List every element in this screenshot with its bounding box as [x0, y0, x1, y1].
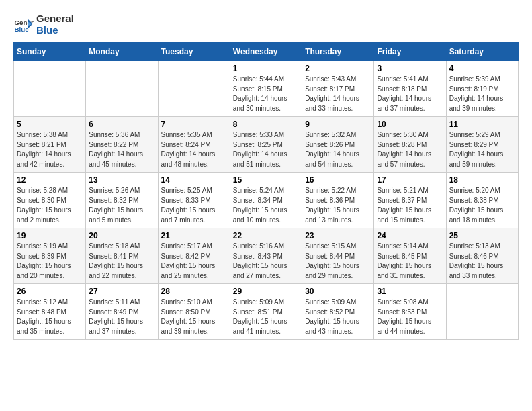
calendar-cell: 28Sunrise: 5:10 AM Sunset: 8:50 PM Dayli… [158, 284, 230, 340]
calendar-cell: 25Sunrise: 5:13 AM Sunset: 8:46 PM Dayli… [446, 228, 518, 284]
day-info: Sunrise: 5:09 AM Sunset: 8:51 PM Dayligh… [233, 298, 299, 336]
logo-general-text: General [36, 13, 74, 25]
day-number: 19 [17, 231, 83, 240]
day-number: 9 [305, 120, 371, 129]
calendar-cell [446, 284, 518, 340]
svg-text:Blue: Blue [15, 25, 30, 32]
day-info: Sunrise: 5:43 AM Sunset: 8:17 PM Dayligh… [305, 75, 371, 113]
day-number: 14 [161, 175, 227, 185]
calendar-cell [158, 61, 230, 117]
calendar-cell: 14Sunrise: 5:25 AM Sunset: 8:33 PM Dayli… [158, 173, 230, 228]
weekday-header-saturday: Saturday [446, 43, 518, 61]
day-number: 12 [17, 175, 83, 185]
day-info: Sunrise: 5:21 AM Sunset: 8:37 PM Dayligh… [377, 186, 443, 225]
day-info: Sunrise: 5:17 AM Sunset: 8:42 PM Dayligh… [161, 242, 227, 281]
day-number: 3 [377, 64, 443, 73]
calendar-cell: 13Sunrise: 5:26 AM Sunset: 8:32 PM Dayli… [86, 173, 158, 228]
day-number: 10 [377, 120, 443, 129]
day-number: 18 [449, 175, 515, 185]
day-number: 20 [89, 231, 154, 240]
calendar-cell: 18Sunrise: 5:20 AM Sunset: 8:38 PM Dayli… [446, 173, 518, 228]
weekday-header-thursday: Thursday [302, 43, 374, 61]
calendar-cell: 12Sunrise: 5:28 AM Sunset: 8:30 PM Dayli… [14, 173, 86, 228]
day-number: 29 [233, 287, 299, 296]
day-number: 5 [17, 120, 83, 129]
calendar-cell: 1Sunrise: 5:44 AM Sunset: 8:15 PM Daylig… [230, 61, 302, 117]
calendar-cell: 19Sunrise: 5:19 AM Sunset: 8:39 PM Dayli… [14, 228, 86, 284]
calendar-cell: 7Sunrise: 5:35 AM Sunset: 8:24 PM Daylig… [158, 117, 230, 173]
calendar-cell: 2Sunrise: 5:43 AM Sunset: 8:17 PM Daylig… [302, 61, 374, 117]
calendar-cell: 24Sunrise: 5:14 AM Sunset: 8:45 PM Dayli… [374, 228, 446, 284]
week-row-3: 12Sunrise: 5:28 AM Sunset: 8:30 PM Dayli… [14, 173, 519, 228]
weekday-header-friday: Friday [374, 43, 446, 61]
day-info: Sunrise: 5:41 AM Sunset: 8:18 PM Dayligh… [377, 75, 443, 113]
day-info: Sunrise: 5:39 AM Sunset: 8:19 PM Dayligh… [449, 75, 515, 113]
day-info: Sunrise: 5:32 AM Sunset: 8:26 PM Dayligh… [305, 130, 371, 169]
day-info: Sunrise: 5:13 AM Sunset: 8:46 PM Dayligh… [449, 242, 515, 281]
logo-blue-text: Blue [36, 25, 74, 36]
day-info: Sunrise: 5:10 AM Sunset: 8:50 PM Dayligh… [161, 298, 227, 336]
calendar-cell: 10Sunrise: 5:30 AM Sunset: 8:28 PM Dayli… [374, 117, 446, 173]
day-info: Sunrise: 5:18 AM Sunset: 8:41 PM Dayligh… [89, 242, 154, 281]
day-info: Sunrise: 5:24 AM Sunset: 8:34 PM Dayligh… [233, 186, 299, 225]
calendar-cell: 23Sunrise: 5:15 AM Sunset: 8:44 PM Dayli… [302, 228, 374, 284]
day-info: Sunrise: 5:35 AM Sunset: 8:24 PM Dayligh… [161, 130, 227, 169]
day-number: 4 [449, 64, 515, 73]
weekday-header-monday: Monday [86, 43, 158, 61]
day-number: 27 [89, 287, 154, 296]
calendar-cell: 16Sunrise: 5:22 AM Sunset: 8:36 PM Dayli… [302, 173, 374, 228]
day-info: Sunrise: 5:25 AM Sunset: 8:33 PM Dayligh… [161, 186, 227, 225]
day-number: 6 [89, 120, 154, 129]
calendar-cell: 27Sunrise: 5:11 AM Sunset: 8:49 PM Dayli… [86, 284, 158, 340]
calendar-cell: 5Sunrise: 5:38 AM Sunset: 8:21 PM Daylig… [14, 117, 86, 173]
day-info: Sunrise: 5:44 AM Sunset: 8:15 PM Dayligh… [233, 75, 299, 113]
day-info: Sunrise: 5:30 AM Sunset: 8:28 PM Dayligh… [377, 130, 443, 169]
day-info: Sunrise: 5:11 AM Sunset: 8:49 PM Dayligh… [89, 298, 154, 336]
day-number: 21 [161, 231, 227, 240]
day-info: Sunrise: 5:29 AM Sunset: 8:29 PM Dayligh… [449, 130, 515, 169]
calendar-cell: 20Sunrise: 5:18 AM Sunset: 8:41 PM Dayli… [86, 228, 158, 284]
calendar-cell: 26Sunrise: 5:12 AM Sunset: 8:48 PM Dayli… [14, 284, 86, 340]
day-info: Sunrise: 5:16 AM Sunset: 8:43 PM Dayligh… [233, 242, 299, 281]
day-info: Sunrise: 5:19 AM Sunset: 8:39 PM Dayligh… [17, 242, 83, 281]
week-row-5: 26Sunrise: 5:12 AM Sunset: 8:48 PM Dayli… [14, 284, 519, 340]
week-row-4: 19Sunrise: 5:19 AM Sunset: 8:39 PM Dayli… [14, 228, 519, 284]
day-number: 2 [305, 64, 371, 73]
day-info: Sunrise: 5:38 AM Sunset: 8:21 PM Dayligh… [17, 130, 83, 169]
day-number: 17 [377, 175, 443, 185]
day-number: 30 [305, 287, 371, 296]
calendar-table: SundayMondayTuesdayWednesdayThursdayFrid… [13, 42, 519, 340]
day-info: Sunrise: 5:09 AM Sunset: 8:52 PM Dayligh… [305, 298, 371, 336]
calendar-cell: 4Sunrise: 5:39 AM Sunset: 8:19 PM Daylig… [446, 61, 518, 117]
calendar-cell: 21Sunrise: 5:17 AM Sunset: 8:42 PM Dayli… [158, 228, 230, 284]
day-info: Sunrise: 5:26 AM Sunset: 8:32 PM Dayligh… [89, 186, 154, 225]
calendar-cell: 30Sunrise: 5:09 AM Sunset: 8:52 PM Dayli… [302, 284, 374, 340]
calendar-cell: 31Sunrise: 5:08 AM Sunset: 8:53 PM Dayli… [374, 284, 446, 340]
day-number: 28 [161, 287, 227, 296]
day-info: Sunrise: 5:14 AM Sunset: 8:45 PM Dayligh… [377, 242, 443, 281]
calendar-cell: 8Sunrise: 5:33 AM Sunset: 8:25 PM Daylig… [230, 117, 302, 173]
day-info: Sunrise: 5:33 AM Sunset: 8:25 PM Dayligh… [233, 130, 299, 169]
day-number: 23 [305, 231, 371, 240]
day-number: 7 [161, 120, 227, 129]
calendar-cell: 6Sunrise: 5:36 AM Sunset: 8:22 PM Daylig… [86, 117, 158, 173]
day-info: Sunrise: 5:28 AM Sunset: 8:30 PM Dayligh… [17, 186, 83, 225]
calendar-cell: 3Sunrise: 5:41 AM Sunset: 8:18 PM Daylig… [374, 61, 446, 117]
day-number: 13 [89, 175, 154, 185]
day-number: 31 [377, 287, 443, 296]
logo-icon: General Blue [13, 15, 34, 35]
day-number: 22 [233, 231, 299, 240]
weekday-header-wednesday: Wednesday [230, 43, 302, 61]
calendar-cell: 17Sunrise: 5:21 AM Sunset: 8:37 PM Dayli… [374, 173, 446, 228]
day-number: 15 [233, 175, 299, 185]
day-info: Sunrise: 5:22 AM Sunset: 8:36 PM Dayligh… [305, 186, 371, 225]
calendar-cell [86, 61, 158, 117]
calendar-cell [14, 61, 86, 117]
page-header: General Blue General Blue [13, 13, 519, 36]
day-number: 24 [377, 231, 443, 240]
logo: General Blue General Blue [13, 13, 74, 36]
calendar-cell: 22Sunrise: 5:16 AM Sunset: 8:43 PM Dayli… [230, 228, 302, 284]
day-info: Sunrise: 5:08 AM Sunset: 8:53 PM Dayligh… [377, 298, 443, 336]
day-number: 1 [233, 64, 299, 73]
day-number: 11 [449, 120, 515, 129]
